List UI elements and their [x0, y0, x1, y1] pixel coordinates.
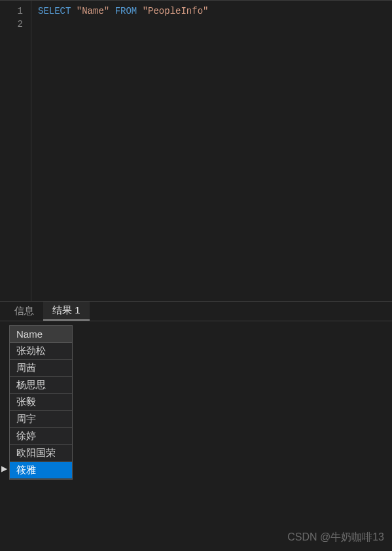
watermark: CSDN @牛奶咖啡13 [287, 531, 384, 544]
gutter-line-number: 2 [0, 18, 31, 31]
result-table: Name 张劲松 周茜 杨思思 张毅 周宇 徐婷 欧阳国荣 筱雅 [9, 325, 73, 480]
results-body: Name 张劲松 周茜 杨思思 张毅 周宇 徐婷 欧阳国荣 筱雅 [0, 321, 392, 484]
sql-plain [109, 6, 115, 16]
results-pane: 信息 结果 1 Name 张劲松 周茜 杨思思 张毅 周宇 徐婷 欧阳国荣 筱雅 [0, 301, 392, 551]
table-row[interactable]: 徐婷 [10, 428, 72, 445]
results-tabs: 信息 结果 1 [0, 302, 392, 321]
table-row[interactable]: 张劲松 [10, 343, 72, 360]
table-row[interactable]: 欧阳国荣 [10, 445, 72, 462]
table-row[interactable]: 张毅 [10, 394, 72, 411]
table-row-selected[interactable]: 筱雅 [10, 462, 72, 479]
sql-keyword: SELECT [38, 6, 77, 16]
table-row[interactable]: 周茜 [10, 360, 72, 377]
sql-editor-pane: 1 2 SELECT "Name" FROM "PeopleInfo" [0, 0, 392, 301]
line-gutter: 1 2 [0, 1, 31, 301]
tab-result[interactable]: 结果 1 [43, 302, 90, 321]
sql-string: "PeopleInfo" [143, 6, 209, 16]
sql-string: "Name" [77, 6, 109, 16]
code-editor[interactable]: SELECT "Name" FROM "PeopleInfo" [31, 1, 392, 301]
gutter-line-number: 1 [0, 5, 31, 18]
table-row[interactable]: 杨思思 [10, 377, 72, 394]
sql-keyword: FROM [115, 6, 143, 16]
tab-info[interactable]: 信息 [5, 302, 43, 321]
code-line: SELECT "Name" FROM "PeopleInfo" [38, 5, 392, 18]
table-row[interactable]: 周宇 [10, 411, 72, 428]
column-header[interactable]: Name [10, 326, 72, 343]
